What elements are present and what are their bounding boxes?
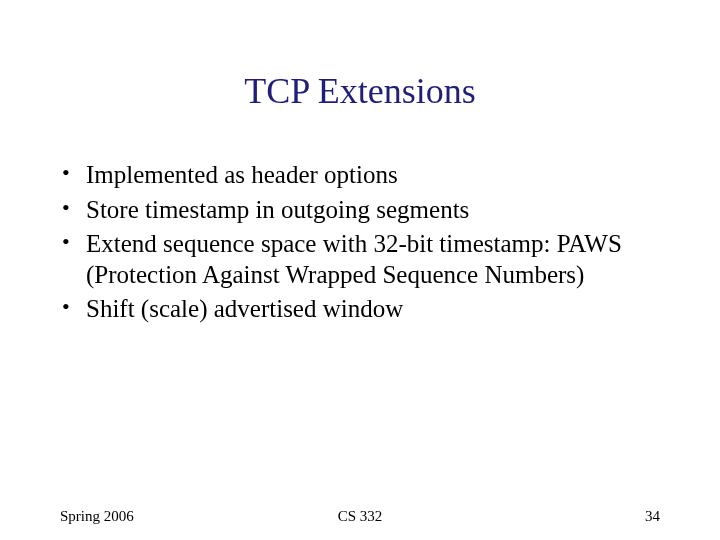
slide: TCP Extensions Implemented as header opt…: [0, 0, 720, 540]
bullet-list: Implemented as header options Store time…: [58, 160, 660, 325]
list-item: Store timestamp in outgoing segments: [58, 195, 660, 226]
list-item: Implemented as header options: [58, 160, 660, 191]
slide-title: TCP Extensions: [0, 70, 720, 112]
slide-body: Implemented as header options Store time…: [58, 160, 660, 329]
list-item: Shift (scale) advertised window: [58, 294, 660, 325]
footer-center: CS 332: [60, 508, 660, 525]
list-item: Extend sequence space with 32-bit timest…: [58, 229, 660, 290]
footer-right: 34: [645, 508, 660, 525]
